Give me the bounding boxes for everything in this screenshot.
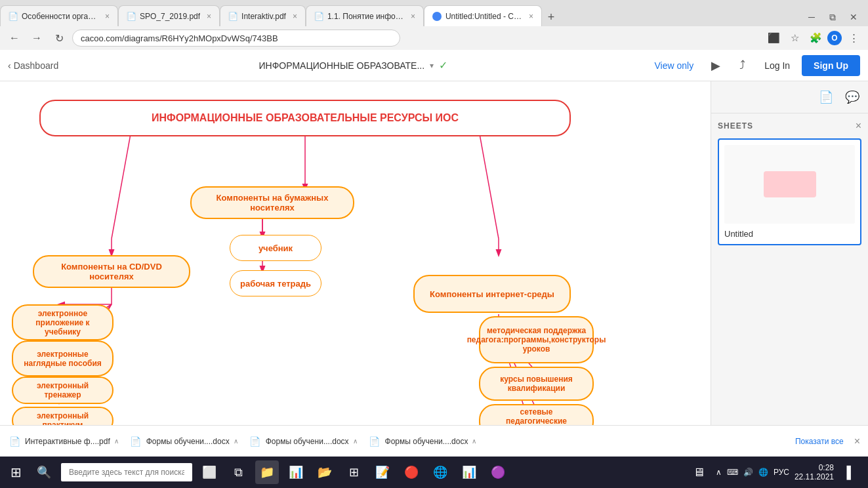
tab-close-3[interactable]: × xyxy=(293,12,297,21)
puzzle-icon[interactable]: 🧩 xyxy=(806,29,825,47)
node-courses[interactable]: курсы повышения квалификации xyxy=(479,367,594,401)
tab-4[interactable]: 📄 1.1. Понятие информа... × xyxy=(306,5,424,26)
tabs-container: 📄 Особенности организа... × 📄 SPO_7_2019… xyxy=(0,5,797,26)
node-paper[interactable]: Компоненты на бумажных носителях xyxy=(190,186,354,219)
minimize-button[interactable]: ─ xyxy=(802,8,821,26)
tab-1[interactable]: 📄 Особенности организа... × xyxy=(0,5,118,26)
taskbar-time-text: 0:28 xyxy=(795,463,834,472)
dashboard-label: Dashboard xyxy=(14,60,59,71)
canvas-area[interactable]: ИНФОРМАЦИОННЫЕ ОБРАЗОВАТЕЛЬНЫЕ РЕСУРСЫ И… xyxy=(0,81,711,457)
taskbar-folder-icon[interactable]: 📂 xyxy=(313,460,337,484)
share-button[interactable]: ⤴ xyxy=(732,55,753,76)
taskbar-network-icon: 🌐 xyxy=(758,468,768,477)
signup-button[interactable]: Sign Up xyxy=(802,55,860,76)
forward-button[interactable]: → xyxy=(28,29,46,47)
diagram-title: ИНФОРМАЦИОННЫЕ ОБРАЗОВАТЕ... ▾ ✓ xyxy=(66,59,640,71)
page-icon-button[interactable]: 📄 xyxy=(816,87,837,108)
sheet-thumb-preview xyxy=(764,171,816,197)
taskbar-opera-icon[interactable]: 🔴 xyxy=(400,460,423,484)
refresh-button[interactable]: ↻ xyxy=(50,29,68,47)
tab-close-5[interactable]: × xyxy=(529,12,533,21)
node-internet[interactable]: Компоненты интернет-среды xyxy=(413,275,571,313)
taskbar-cortana-icon[interactable]: ⬜ xyxy=(197,460,221,484)
panel-toolbar: 📄 💬 xyxy=(711,81,868,113)
close-window-button[interactable]: ✕ xyxy=(844,8,863,26)
tab-5[interactable]: Untitled:Untitled - Cacoo × xyxy=(424,5,542,26)
svg-line-1 xyxy=(112,131,131,239)
svg-line-3 xyxy=(479,131,499,239)
downloads-close-button[interactable]: × xyxy=(854,436,860,447)
back-button[interactable]: ← xyxy=(5,29,24,47)
tab-icon-4: 📄 xyxy=(314,12,323,21)
new-tab-button[interactable]: + xyxy=(542,8,560,26)
taskbar-date-text: 22.11.2021 xyxy=(795,472,834,481)
taskbar-ppt-icon[interactable]: 📊 xyxy=(457,460,481,484)
tab-2[interactable]: 📄 SPO_7_2019.pdf × xyxy=(118,5,220,26)
dashboard-link[interactable]: ‹ Dashboard xyxy=(8,60,58,71)
sheet-name: Untitled xyxy=(724,229,855,239)
sheets-panel: SHEETS × Untitled xyxy=(711,113,868,427)
download-item-2[interactable]: 📄 Формы обучени....docx ∧ xyxy=(129,435,238,448)
play-button[interactable]: ▶ xyxy=(705,55,726,76)
taskbar-file-manager-icon[interactable]: 📁 xyxy=(255,460,279,484)
right-panel: 📄 💬 SHEETS × Untitled − 111% ▾ + ↩ xyxy=(711,81,868,457)
sync-check-icon: ✓ xyxy=(439,59,447,71)
download-arrow-2[interactable]: ∧ xyxy=(234,437,238,445)
taskbar-show-desktop-icon[interactable]: 🖥 xyxy=(687,460,711,484)
node-root[interactable]: ИНФОРМАЦИОННЫЕ ОБРАЗОВАТЕЛЬНЫЕ РЕСУРСЫ И… xyxy=(39,100,571,136)
taskbar-search-input[interactable] xyxy=(61,463,192,481)
taskbar-right: 🖥 ∧ ⌨ 🔊 🌐 РУС 0:28 22.11.2021 ▌ xyxy=(687,460,863,484)
taskbar-edge-icon[interactable]: 🌐 xyxy=(428,460,452,484)
taskbar-excel-icon[interactable]: 📊 xyxy=(284,460,308,484)
taskbar-word-icon[interactable]: 📝 xyxy=(371,460,394,484)
node-trainer[interactable]: электронный тренажер xyxy=(12,376,114,404)
taskbar-search-icon[interactable]: 🔍 xyxy=(32,460,56,484)
taskbar-app-icon[interactable]: 🟣 xyxy=(486,460,510,484)
bookmark-icon[interactable]: ☆ xyxy=(785,29,804,47)
node-method[interactable]: методическая поддержка педагога:программ… xyxy=(479,316,594,363)
tab-close-2[interactable]: × xyxy=(207,12,211,21)
screenshot-icon[interactable]: ⬛ xyxy=(764,29,783,47)
address-input[interactable] xyxy=(72,30,400,47)
show-desktop-button[interactable]: ▌ xyxy=(839,460,863,484)
tab-3[interactable]: 📄 Interaktiv.pdf × xyxy=(220,5,306,26)
view-only-button[interactable]: View only xyxy=(648,56,701,75)
pdf-icon-1: 📄 xyxy=(8,435,21,448)
menu-icon[interactable]: ⋮ xyxy=(844,29,863,47)
tab-icon-5 xyxy=(432,12,442,21)
tab-close-4[interactable]: × xyxy=(411,12,415,21)
download-item-3[interactable]: 📄 Формы обучени....docx ∧ xyxy=(249,435,358,448)
download-name-1: Интерактивные ф....pdf xyxy=(25,437,110,446)
download-arrow-4[interactable]: ∧ xyxy=(472,437,476,445)
download-arrow-3[interactable]: ∧ xyxy=(353,437,358,445)
download-item-4[interactable]: 📄 Формы обучени....docx ∧ xyxy=(368,435,477,448)
show-all-button[interactable]: Показати все xyxy=(795,437,844,446)
sheets-close-button[interactable]: × xyxy=(856,120,861,132)
download-item-1[interactable]: 📄 Интерактивные ф....pdf ∧ xyxy=(8,435,119,448)
tab-close-1[interactable]: × xyxy=(105,12,110,21)
taskbar-view-icon[interactable]: ⧉ xyxy=(226,460,250,484)
login-button[interactable]: Log In xyxy=(758,56,796,75)
comment-icon-button[interactable]: 💬 xyxy=(842,87,863,108)
docx-icon-3: 📄 xyxy=(249,435,262,448)
taskbar-language[interactable]: РУС xyxy=(774,468,789,477)
start-button[interactable]: ⊞ xyxy=(5,462,27,483)
node-textbook[interactable]: учебник xyxy=(230,235,321,261)
app-header: ‹ Dashboard ИНФОРМАЦИОННЫЕ ОБРАЗОВАТЕ...… xyxy=(0,50,868,81)
back-chevron-icon: ‹ xyxy=(8,60,11,71)
tab-title-4: 1.1. Понятие информа... xyxy=(327,12,404,21)
node-app[interactable]: электронное приложение к учебнику xyxy=(12,304,114,340)
restore-button[interactable]: ⧉ xyxy=(823,8,842,26)
tab-title-3: Interaktiv.pdf xyxy=(241,12,286,21)
node-visual[interactable]: электронные наглядные пособия xyxy=(12,340,114,376)
taskbar-tiles-icon[interactable]: ⊞ xyxy=(342,460,365,484)
node-cd[interactable]: Компоненты на CD/DVD носителях xyxy=(33,255,190,288)
tab-title-2: SPO_7_2019.pdf xyxy=(140,12,200,21)
browser-toolbar-icons: ⬛ ☆ 🧩 O ⋮ xyxy=(764,29,863,47)
tab-icon-2: 📄 xyxy=(127,12,136,21)
download-arrow-1[interactable]: ∧ xyxy=(114,437,119,445)
title-dropdown-arrow[interactable]: ▾ xyxy=(430,61,434,70)
node-workbook[interactable]: рабочая тетрадь xyxy=(230,270,321,296)
sheet-item[interactable]: Untitled xyxy=(718,138,861,245)
profile-icon[interactable]: O xyxy=(827,31,842,45)
